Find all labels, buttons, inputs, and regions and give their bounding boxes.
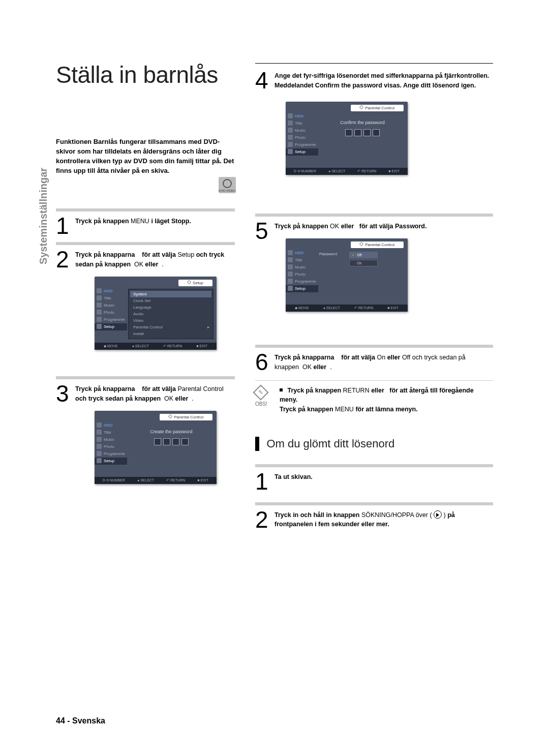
t: eller [387,354,401,361]
osd-btn-select: ● SELECT [328,169,345,173]
osd-setup-menu: Setup HDD Title Music Photo Programme Se… [95,277,217,350]
osd-btn-select: ● SELECT [323,306,340,310]
t: OK [134,261,143,268]
t: eller [175,395,189,402]
t: Tryck på knapparna [75,385,135,392]
step-number: 6 [255,353,272,372]
t: SELECT [135,344,149,348]
osd-sub-install: Install [130,330,211,337]
t: 0~9 NUMBER [103,478,125,482]
osd-item: Setup [286,285,318,292]
osd-item: Music [95,436,127,443]
t: Parental Control [178,385,224,392]
osd-title: Parental Control [174,415,203,419]
dvd-video-badge: DVD-VIDEO [219,177,236,193]
password-boxes [130,438,212,445]
t: MOVE [298,306,309,310]
osd-item: Title [286,257,318,264]
step-2: 2 Tryck på knapparna för att välja Setup… [56,242,235,350]
osd-item-title: Title [95,295,127,302]
play-skip-icon [434,510,442,519]
osd-item: Setup [95,458,127,465]
t: On [377,354,386,361]
page-number: 44 [56,716,65,725]
page-footer: 44 - Svenska [56,716,105,725]
osd-item-programme: Programme [95,316,127,323]
t: EXIT [200,478,208,482]
t: eller [371,387,384,394]
sidebar-section-label: Systeminställningar [38,168,49,264]
t: OK [164,395,173,402]
osd-btn-exit: ■ EXIT [387,306,399,310]
osd-option-off: Off [349,252,378,258]
osd-btn-select: ● SELECT [132,344,149,348]
osd-item: Photo [286,271,318,278]
step-6: 6 Tryck på knapparna för att välja On el… [255,345,493,529]
osd-sub-parental: Parental Control▸ [130,324,211,330]
subsection-title: Om du glömt ditt lösenord [266,437,394,450]
t: MENU [131,218,149,225]
t: EXIT [199,344,207,348]
osd-btn-exit: ■ EXIT [388,169,400,173]
osd-btn-move: ◆ MOVE [104,344,118,348]
step-number: 2 [255,510,272,529]
t: OK [330,223,339,230]
osd-message: Create the password [130,429,212,434]
t: för att välja [341,354,375,361]
osd-item-photo: Photo [95,309,127,316]
osd-item: Photo [286,134,318,141]
step-number: 5 [255,222,272,240]
osd-btn-exit: ■ EXIT [196,344,207,348]
t: - [65,716,72,725]
t: Ta ut skivan. [274,473,313,480]
t: EXIT [391,169,400,173]
t: Tryck på knappen [280,406,333,413]
osd-item-music: Music [95,302,127,309]
t: för att välja [142,385,176,392]
osd-item: Setup [286,148,318,156]
note-label: OBS! [255,401,267,407]
osd-btn-exit: ■ EXIT [197,478,208,482]
t: för att välja Password. [359,223,427,230]
t: eller [341,223,354,230]
osd-sub-lang: Language [130,304,211,311]
osd-item: Music [286,127,318,134]
osd-item: HDD [286,250,318,257]
intro-text: Funktionen Barnlås fungerar tillsammans … [56,137,235,175]
osd-item: Programme [95,450,127,458]
osd-sub-video: Video [130,317,211,324]
osd-item: HDD [286,113,318,120]
t: SELECT [331,169,345,173]
note-box: OBS! Tryck på knappen RETURN eller för a… [255,380,493,414]
osd-item-hdd: HDD [95,288,127,295]
t: för att lämna menyn. [355,406,417,413]
t: och tryck sedan på knappen [75,395,161,402]
t: RETURN [361,169,376,173]
osd-btn-return: ↶ RETURN [357,169,376,173]
osd-password-option: Parental Control HDD Title Music Photo P… [286,238,408,312]
t: Tryck på knappen [287,387,341,394]
t: MOVE [107,344,118,348]
osd-item: Photo [95,443,127,450]
osd-create-password: Parental Control HDD Title Music Photo P… [95,411,217,484]
osd-item: Title [286,120,318,127]
step-number: 4 [255,71,272,90]
osd-btn-move: ◆ MOVE [295,306,309,310]
osd-item: Music [286,264,318,271]
t: ) [444,511,446,519]
footer-lang: Svenska [72,716,105,725]
osd-item: Title [95,429,127,436]
osd-btn-select: ● SELECT [137,478,154,482]
t: Ange det fyr-siffriga lösenordet med sif… [274,72,489,89]
t: Setup [178,251,195,258]
password-boxes [321,129,404,136]
t: för att välja [142,251,176,258]
note-icon [253,384,268,400]
osd-item: Programme [286,141,318,148]
osd-title: Setup [193,281,203,285]
step-4: 4 Ange det fyr-siffriga lösenordet med s… [255,71,493,175]
t: Tryck på knappen [274,223,328,230]
osd-btn-number: 0~9 NUMBER [294,169,316,173]
step-number: 3 [56,384,73,403]
osd-sub-audio: Audio [130,311,211,317]
